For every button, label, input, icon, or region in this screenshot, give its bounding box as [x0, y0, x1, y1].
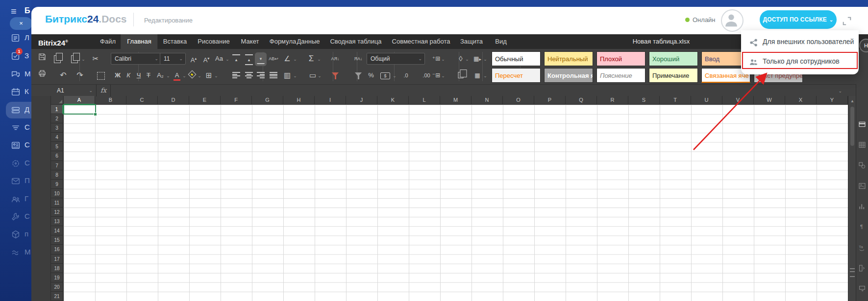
align-bottom-icon[interactable]: ▾	[257, 54, 265, 64]
fill-color-icon[interactable]	[188, 70, 197, 79]
row-header-14[interactable]: 14	[51, 226, 63, 235]
align-center-icon[interactable]	[245, 72, 253, 78]
change-case-icon[interactable]: Aa	[214, 52, 224, 66]
row-header-17[interactable]: 17	[51, 255, 63, 264]
row-header-12[interactable]: 12	[51, 208, 63, 217]
strikethrough-icon[interactable]: Т	[144, 69, 153, 82]
named-range-icon[interactable]: ▭	[308, 69, 318, 82]
merge-cells-icon[interactable]: ▥	[282, 69, 292, 82]
named-range-chevron-icon[interactable]: ⌄	[318, 69, 322, 82]
tab-совместная-работа[interactable]: Совместная работа	[386, 34, 457, 49]
column-header-W[interactable]: W	[754, 96, 785, 104]
hamburger-icon[interactable]: ≡	[11, 6, 17, 17]
row-header-8[interactable]: 8	[51, 170, 63, 180]
decrease-decimal-icon[interactable]: .0	[401, 69, 411, 82]
tab-макет[interactable]: Макет	[235, 34, 266, 49]
sidebar-item-id-card[interactable]: С	[0, 137, 31, 154]
cell-style-chip[interactable]: Пояснение	[596, 68, 645, 83]
row-header-19[interactable]: 19	[51, 273, 63, 282]
column-header-R[interactable]: R	[597, 96, 628, 104]
cell-style-chip[interactable]: Примечание	[649, 68, 698, 83]
cut-button[interactable]: ✂	[91, 52, 100, 66]
column-header-Q[interactable]: Q	[566, 96, 597, 104]
textart-settings-icon[interactable]: Ta	[858, 244, 867, 253]
cell-style-chip[interactable]: Хороший	[649, 51, 698, 66]
conditional-format-chevron-icon[interactable]: ⌄	[483, 52, 487, 66]
expand-formula-bar-icon[interactable]: ⌄	[838, 85, 842, 97]
row-header-3[interactable]: 3	[51, 123, 63, 133]
column-header-L[interactable]: L	[409, 96, 440, 104]
tab-рисование[interactable]: Рисование	[191, 34, 236, 49]
subscript-icon[interactable]: А₂	[155, 69, 165, 82]
row-header-18[interactable]: 18	[51, 264, 63, 273]
menu-item-external-users[interactable]: Для внешних пользователей	[741, 33, 859, 52]
row-header-20[interactable]: 20	[51, 282, 63, 292]
tab-главная[interactable]: Главная	[121, 34, 157, 49]
clear-icon[interactable]: ◊	[456, 52, 466, 66]
row-header-6[interactable]: 6	[51, 151, 63, 161]
increase-decimal-icon[interactable]: .00	[422, 69, 431, 82]
column-header-O[interactable]: O	[503, 96, 534, 104]
column-header-J[interactable]: J	[346, 96, 377, 104]
paste-chevron-icon[interactable]: ⌄	[81, 52, 85, 66]
sidebar-item-messenger[interactable]: М	[0, 66, 31, 83]
sidebar-item-mail[interactable]: П	[0, 173, 31, 189]
fullscreen-icon[interactable]	[842, 16, 852, 28]
delete-cells-chevron-icon[interactable]: ⌄	[441, 69, 445, 82]
copy-button[interactable]	[54, 55, 61, 63]
paste-button[interactable]	[71, 55, 78, 63]
row-header-15[interactable]: 15	[51, 235, 63, 245]
pivot-settings-icon[interactable]	[858, 285, 867, 294]
align-right-icon[interactable]	[257, 72, 265, 78]
column-header-T[interactable]: T	[660, 96, 691, 104]
sidebar-item-wrench[interactable]: С	[0, 208, 31, 225]
tab-сводная-таблица[interactable]: Сводная таблица	[323, 34, 388, 49]
formula-input[interactable]	[111, 85, 831, 96]
paragraph-settings-icon[interactable]: ¶	[858, 223, 867, 232]
slicer-settings-icon[interactable]	[858, 264, 867, 273]
row-header-4[interactable]: 4	[51, 133, 63, 142]
row-header-11[interactable]: 11	[51, 198, 63, 208]
cell-style-chip[interactable]: Контрольная я	[544, 68, 593, 83]
tab-вид[interactable]: Вид	[489, 34, 513, 49]
row-header-16[interactable]: 16	[51, 245, 63, 254]
access-by-link-button[interactable]: ДОСТУП ПО ССЫЛКЕ⌄	[760, 10, 837, 29]
row-header-1[interactable]: 1	[51, 105, 63, 114]
column-header-S[interactable]: S	[628, 96, 660, 104]
column-header-U[interactable]: U	[691, 96, 722, 104]
tab-файл[interactable]: Файл	[94, 34, 122, 49]
case-chevron-icon[interactable]: ⌄	[225, 52, 229, 66]
currency-style-icon[interactable]: $	[380, 72, 390, 79]
save-button[interactable]	[37, 52, 47, 66]
row-header-2[interactable]: 2	[51, 114, 63, 123]
column-header-X[interactable]: X	[785, 96, 817, 104]
row-header-5[interactable]: 5	[51, 142, 63, 151]
borders-icon[interactable]: ⊞	[204, 69, 214, 82]
font-name-select[interactable]: Calibri ⌄	[111, 53, 161, 65]
autosum-chevron-icon[interactable]: ⌄	[317, 52, 321, 66]
clear-chevron-icon[interactable]: ⌄	[465, 52, 469, 66]
scrollbar-thumb[interactable]	[850, 107, 854, 146]
fill-color-chevron-icon[interactable]: ⌄	[198, 69, 201, 82]
insert-cells-chevron-icon[interactable]: ⌄	[441, 52, 445, 66]
column-header-E[interactable]: E	[189, 96, 221, 104]
table-template-chevron-icon[interactable]: ⌄	[483, 69, 487, 82]
column-header-A[interactable]: A	[64, 96, 95, 105]
column-header-D[interactable]: D	[158, 96, 189, 104]
select-all-icon[interactable]	[97, 72, 105, 80]
orientation-icon[interactable]: ∠	[282, 52, 292, 66]
cell-settings-icon[interactable]	[858, 120, 867, 129]
column-header-B[interactable]: B	[95, 96, 126, 104]
increase-font-icon[interactable]: A	[189, 52, 198, 66]
cell-style-chip[interactable]: Обычный	[492, 51, 541, 66]
sort-descending-icon[interactable]: ЯА↓	[353, 52, 363, 66]
insert-cells-icon[interactable]: ⁺⊞	[431, 52, 441, 66]
close-button[interactable]: ×	[10, 17, 32, 30]
sidebar-item-funnel-lines[interactable]: С	[0, 119, 31, 136]
sidebar-item-waves[interactable]: М	[0, 244, 31, 261]
sidebar-item-network[interactable]: С	[0, 155, 31, 172]
column-header-V[interactable]: V	[722, 96, 754, 104]
sidebar-item-groups[interactable]: Г	[0, 191, 31, 208]
undo-icon[interactable]: ↶	[58, 69, 68, 82]
tab-защита[interactable]: Защита	[454, 34, 489, 49]
